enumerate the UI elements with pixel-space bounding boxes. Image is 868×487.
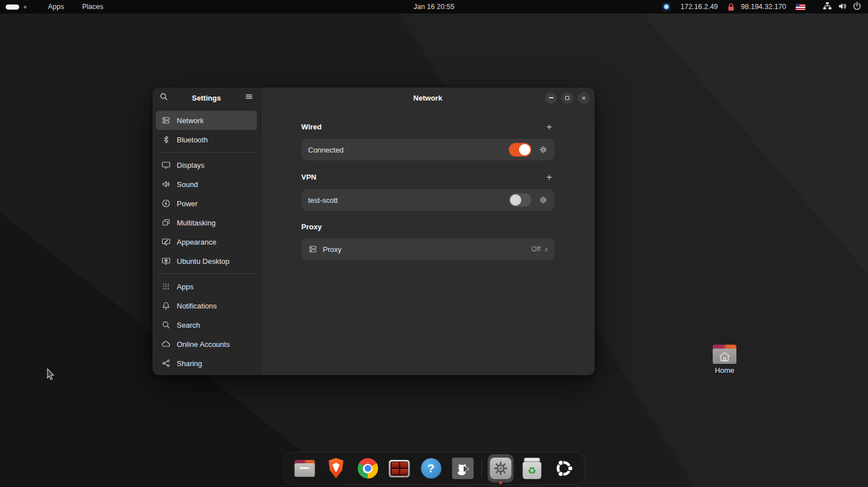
app-indicator-icon[interactable] xyxy=(662,2,671,11)
bell-icon xyxy=(162,301,171,310)
workspace-indicator[interactable] xyxy=(6,5,27,10)
network-icon xyxy=(162,116,171,125)
page-title: Network xyxy=(413,94,442,102)
ubuntu-desktop-icon xyxy=(162,256,171,266)
workspace-dot[interactable] xyxy=(24,6,27,8)
vpn-toggle[interactable] xyxy=(509,193,531,207)
terminal-icon xyxy=(389,460,410,477)
network-wired-icon[interactable] xyxy=(823,2,832,12)
places-menu[interactable]: Places xyxy=(73,0,113,14)
dock-trash-button[interactable]: ♻ xyxy=(519,454,545,482)
wired-connection-label: Connected xyxy=(308,146,509,154)
running-indicator-dot xyxy=(499,481,502,484)
toggle-knob xyxy=(510,194,521,206)
sidebar-item-label: Multitasking xyxy=(177,219,216,227)
power-icon[interactable] xyxy=(853,2,861,12)
vpn-section: VPN + test-scott xyxy=(302,172,555,211)
settings-gear-icon xyxy=(490,458,511,479)
wired-connection-row[interactable]: Connected xyxy=(302,139,555,160)
dock-files-button[interactable] xyxy=(291,454,317,482)
dock-settings-button[interactable] xyxy=(487,454,513,482)
sidebar-item-label: Online Accounts xyxy=(177,340,230,349)
apps-menu[interactable]: Apps xyxy=(39,0,73,14)
sidebar-item-online-accounts[interactable]: Online Accounts xyxy=(156,334,257,354)
sidebar-item-notifications[interactable]: Notifications xyxy=(156,296,257,315)
maximize-icon xyxy=(565,96,569,100)
sidebar-divider xyxy=(158,273,255,274)
sidebar-item-label: Bluetooth xyxy=(177,136,208,144)
sidebar-item-label: Displays xyxy=(177,161,204,169)
dock-help-button[interactable]: ? xyxy=(418,454,444,482)
home-folder-shortcut[interactable]: Home xyxy=(708,345,741,375)
clock[interactable]: Jan 16 20:55 xyxy=(413,3,454,11)
brave-icon xyxy=(326,458,346,479)
dock-screen-recorder-button[interactable] xyxy=(450,454,476,482)
local-ip: 172.16.2.49 xyxy=(681,3,718,11)
wired-settings-gear-icon[interactable] xyxy=(539,145,548,154)
us-flag-icon[interactable] xyxy=(796,4,805,10)
proxy-row[interactable]: Proxy Off › xyxy=(302,238,555,260)
cloud-icon xyxy=(162,340,171,349)
top-bar: Apps Places Jan 16 20:55 172.16.2.49 98.… xyxy=(0,0,868,14)
toggle-knob xyxy=(519,144,530,155)
sidebar-item-label: Ubuntu Desktop xyxy=(177,257,229,266)
sidebar-header: Settings xyxy=(152,88,260,108)
settings-sidebar: Settings Network Bluetooth Displays Soun xyxy=(152,88,261,375)
sidebar-item-label: Appearance xyxy=(177,238,216,246)
minimize-button[interactable] xyxy=(545,92,557,104)
public-ip: 98.194.32.170 xyxy=(741,3,786,11)
volume-icon[interactable] xyxy=(838,2,847,12)
files-icon xyxy=(294,460,315,477)
vpn-connection-row[interactable]: test-scott xyxy=(302,189,555,211)
add-wired-button[interactable]: + xyxy=(544,122,555,132)
sidebar-item-multitasking[interactable]: Multitasking xyxy=(156,213,257,232)
screen-recorder-icon xyxy=(452,458,473,479)
sidebar-item-displays[interactable]: Displays xyxy=(156,155,257,175)
sidebar-item-search[interactable]: Search xyxy=(156,315,257,334)
vpn-settings-gear-icon[interactable] xyxy=(539,195,548,205)
dock-chrome-button[interactable] xyxy=(355,454,381,482)
dock-separator xyxy=(481,458,482,479)
wired-toggle[interactable] xyxy=(509,143,531,156)
apps-grid-icon xyxy=(162,282,171,291)
sidebar-item-label: Apps xyxy=(177,282,194,291)
sidebar-divider xyxy=(158,152,255,153)
active-workspace-pill[interactable] xyxy=(6,5,19,10)
sidebar-item-sharing[interactable]: Sharing xyxy=(156,354,257,373)
close-button[interactable]: × xyxy=(578,92,590,104)
sidebar-item-bluetooth[interactable]: Bluetooth xyxy=(156,130,257,149)
sidebar-item-power[interactable]: Power xyxy=(156,194,257,213)
proxy-heading: Proxy xyxy=(302,223,322,231)
dock-brave-button[interactable] xyxy=(323,454,349,482)
sidebar-item-ubuntu-desktop[interactable]: Ubuntu Desktop xyxy=(156,251,257,271)
dock-ubuntu-button[interactable] xyxy=(551,454,577,482)
flag-canton xyxy=(796,4,800,7)
network-content: Wired + Connected VPN + test-scott xyxy=(302,108,555,272)
sidebar-item-label: Search xyxy=(177,321,200,329)
maximize-button[interactable] xyxy=(561,92,573,104)
sidebar-item-label: Network xyxy=(177,116,204,125)
proxy-section: Proxy Proxy Off › xyxy=(302,223,555,260)
vpn-heading: VPN xyxy=(302,173,317,181)
add-vpn-button[interactable]: + xyxy=(544,172,555,182)
sound-icon xyxy=(162,180,171,189)
dock-terminal-button[interactable] xyxy=(386,454,412,482)
main-menu-icon[interactable] xyxy=(245,92,254,103)
sidebar-item-label: Notifications xyxy=(177,302,217,310)
sidebar-item-network[interactable]: Network xyxy=(156,111,257,130)
network-panel: Network × Wired + Connected xyxy=(261,88,595,375)
displays-icon xyxy=(162,160,171,169)
wired-heading: Wired xyxy=(302,123,322,131)
lock-icon xyxy=(727,3,735,11)
sidebar-item-apps[interactable]: Apps xyxy=(156,277,257,296)
vpn-connection-label: test-scott xyxy=(308,196,509,205)
home-label: Home xyxy=(708,366,741,375)
appearance-icon xyxy=(162,237,171,246)
search-icon[interactable] xyxy=(159,92,168,103)
sidebar-item-sound[interactable]: Sound xyxy=(156,175,257,194)
proxy-label: Proxy xyxy=(323,245,531,254)
search-settings-icon xyxy=(162,320,171,329)
home-folder-icon xyxy=(713,345,736,364)
sidebar-item-appearance[interactable]: Appearance xyxy=(156,232,257,251)
sidebar-item-label: Power xyxy=(177,199,198,208)
